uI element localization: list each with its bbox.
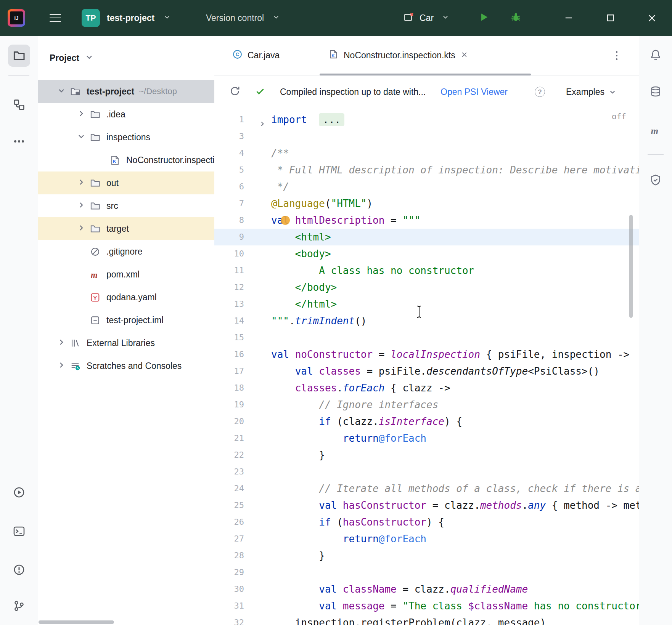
line-number[interactable]: 7 [214,195,244,212]
code-line-17[interactable]: 17 val classes = psiFile.descendantsOfTy… [214,363,639,380]
chevron-right-icon[interactable] [57,338,66,348]
code-line-16[interactable]: 16val noConstructor = localInspection { … [214,346,639,363]
line-number[interactable]: 30 [214,581,244,598]
chevron-right-icon[interactable] [77,200,86,211]
maven-tool-button[interactable]: m [650,125,662,138]
project-tool-button[interactable] [8,45,30,67]
code-line-13[interactable]: 13 </html> [214,296,639,312]
line-number[interactable]: 27 [214,530,244,547]
tree-item-inspections[interactable]: inspections [38,126,214,149]
tree-item-src[interactable]: src [38,194,214,217]
tree-item-idea[interactable]: .idea [38,103,214,126]
code-line-8[interactable]: 8val htmlDescription = """ [214,212,639,229]
open-psi-viewer-link[interactable]: Open PSI Viewer [440,87,508,97]
tree-item-external-libraries[interactable]: External Libraries [38,332,214,354]
project-panel-header[interactable]: Project [38,36,214,80]
line-number[interactable]: 28 [214,547,244,564]
tree-item-target[interactable]: target [38,217,214,240]
code-line-12[interactable]: 12 </body> [214,279,639,296]
code-line-3[interactable]: 3 [214,128,639,145]
line-number[interactable]: 10 [214,245,244,262]
line-number[interactable]: 29 [214,564,244,581]
code-line-23[interactable]: 23 [214,463,639,480]
line-number[interactable]: 18 [214,380,244,396]
chevron-down-icon[interactable] [57,86,66,97]
line-number[interactable]: 6 [214,178,244,195]
line-number[interactable]: 20 [214,413,244,430]
line-number[interactable]: 26 [214,514,244,530]
line-number[interactable]: 17 [214,363,244,380]
code-line-22[interactable]: 22 } [214,447,639,463]
examples-dropdown[interactable]: Examples [566,87,617,97]
line-number[interactable]: 19 [214,396,244,413]
notifications-button[interactable] [650,49,662,62]
more-tool-windows-button[interactable] [13,135,25,147]
line-number[interactable]: 23 [214,463,244,480]
code-line-31[interactable]: 31 val message = "The class $className h… [214,598,639,614]
tree-item-pom-xml[interactable]: mpom.xml [38,263,214,286]
line-number[interactable]: 3 [214,128,244,145]
project-switcher[interactable]: test-project [107,13,154,23]
line-number[interactable]: 4 [214,145,244,162]
chevron-down-icon[interactable] [77,132,86,143]
main-menu-button[interactable] [50,11,61,24]
editor-options-button[interactable] [611,48,622,63]
code-line-18[interactable]: 18 classes.forEach { clazz -> [214,380,639,396]
run-button[interactable] [479,12,489,24]
line-number[interactable]: 1 [214,111,244,128]
vertical-scrollbar[interactable] [629,215,633,318]
code-line-1[interactable]: 1import ... [214,111,639,128]
tree-item-test-project-iml[interactable]: test-project.iml [38,309,214,332]
line-number[interactable]: 15 [214,329,244,346]
chevron-right-icon[interactable] [57,361,66,371]
code-line-28[interactable]: 28 } [214,547,639,564]
tab-noconstructor-inspection[interactable]: K NoConstructor.inspection.kts [329,36,468,75]
line-number[interactable]: 25 [214,497,244,514]
tree-item-gitignore[interactable]: .gitignore [38,240,214,263]
code-line-5[interactable]: 5 * Full HTML description of inspection:… [214,162,639,178]
tab-car-java[interactable]: C Car.java [233,36,280,75]
recompile-button[interactable] [230,86,240,98]
chevron-right-icon[interactable] [77,178,86,188]
code-line-14[interactable]: 14""".trimIndent() [214,312,639,329]
code-line-7[interactable]: 7@Language("HTML") [214,195,639,212]
tree-item-noconstructor-inspection-kts[interactable]: KNoConstructor.inspection.kts [38,149,214,171]
tree-item-qodana-yaml[interactable]: Yqodana.yaml [38,286,214,309]
chevron-right-icon[interactable] [77,109,86,120]
tree-item-scratches-and-consoles[interactable]: Scratches and Consoles [38,354,214,377]
horizontal-scrollbar[interactable] [39,620,114,624]
code-line-6[interactable]: 6 */ [214,178,639,195]
line-number[interactable]: 22 [214,447,244,463]
help-icon[interactable]: ? [535,87,545,97]
line-number[interactable]: 5 [214,162,244,178]
maximize-button[interactable] [604,11,617,24]
code-line-9[interactable]: 9 <html> [214,229,639,245]
close-button[interactable] [645,11,658,24]
project-avatar[interactable]: TP [82,9,100,27]
git-tool-button[interactable] [13,600,25,612]
line-number[interactable]: 21 [214,430,244,447]
tree-item-out[interactable]: out [38,171,214,194]
debug-button[interactable] [510,12,521,24]
problems-tool-button[interactable] [13,564,25,576]
vcs-menu[interactable]: Version control [206,13,264,23]
minimize-button[interactable] [562,11,575,24]
qodana-tool-button[interactable] [650,174,662,188]
structure-tool-button[interactable] [13,99,25,111]
code-line-30[interactable]: 30 val className = clazz.qualifiedName [214,581,639,598]
code-line-21[interactable]: 21 return@forEach [214,430,639,447]
line-number[interactable]: 11 [214,262,244,279]
code-line-26[interactable]: 26 if (hasConstructor) { [214,514,639,530]
line-number[interactable]: 32 [214,614,244,625]
code-line-32[interactable]: 32 inspection.registerProblem(clazz, mes… [214,614,639,625]
line-number[interactable]: 24 [214,480,244,497]
code-area[interactable]: off 1import ...34/**5 * Full HTML descri… [214,108,639,625]
tree-item-test-project[interactable]: test-project~/Desktop [38,80,214,103]
code-line-20[interactable]: 20 if (clazz.isInterface) { [214,413,639,430]
line-number[interactable]: 8 [214,212,244,229]
code-line-27[interactable]: 27 return@forEach [214,530,639,547]
code-line-11[interactable]: 11 A class has no constructor [214,262,639,279]
close-tab-icon[interactable] [461,50,468,61]
line-number[interactable]: 16 [214,346,244,363]
line-number[interactable]: 12 [214,279,244,296]
